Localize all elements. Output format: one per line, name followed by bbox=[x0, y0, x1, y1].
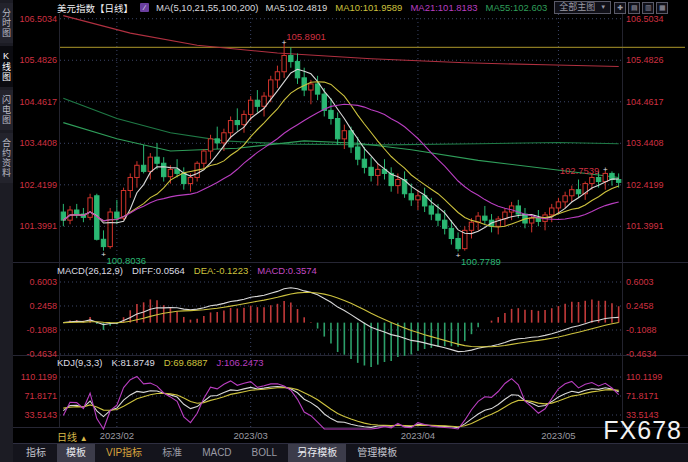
svg-text:71.8171: 71.8171 bbox=[24, 391, 57, 401]
macd-header: MACD(26,12,9) DIFF:0.0564 DEA:-0.1223 MA… bbox=[57, 265, 317, 277]
sidebar-item-0[interactable]: 分时图 bbox=[0, 3, 13, 43]
line-MA21 bbox=[63, 104, 618, 221]
macd-macd-value: MACD:0.3574 bbox=[257, 265, 317, 277]
svg-text:101.3991: 101.3991 bbox=[626, 221, 664, 231]
svg-text:110.1199: 110.1199 bbox=[626, 372, 662, 382]
kdj-d-line bbox=[63, 388, 618, 427]
ma-values: MA5:102.4819MA10:101.9589MA21:101.8183MA… bbox=[265, 2, 547, 13]
bottom-tab-bar: 指标模板VIP指标标准MACDBOLL另存模板管理模板 bbox=[13, 443, 688, 462]
svg-text:2023/02: 2023/02 bbox=[100, 430, 134, 441]
ma-value-3: MA55:102.603 bbox=[485, 2, 547, 13]
svg-text:102.4199: 102.4199 bbox=[19, 180, 57, 190]
macd-dea-line bbox=[63, 293, 618, 347]
svg-text:-0.1088: -0.1088 bbox=[26, 325, 57, 335]
svg-text:+: + bbox=[456, 251, 461, 260]
period-selector[interactable]: 日线 ▲ bbox=[57, 429, 88, 444]
footer-tab-0[interactable]: 指标 bbox=[17, 444, 55, 462]
chevron-down-icon: ▼ bbox=[600, 2, 606, 13]
svg-text:2023/04: 2023/04 bbox=[401, 430, 435, 441]
kdj-j-value: J:106.2473 bbox=[217, 357, 264, 369]
svg-text:2023/03: 2023/03 bbox=[234, 430, 268, 441]
svg-text:100.7789: 100.7789 bbox=[461, 256, 501, 267]
overlay-MA200 bbox=[63, 16, 618, 67]
svg-text:103.4408: 103.4408 bbox=[626, 138, 664, 148]
ma-settings-label: MA(5,10,21,55,100,200) bbox=[156, 2, 258, 13]
instrument-title: 美元指数【日线】 bbox=[57, 1, 133, 15]
svg-text:105.4826: 105.4826 bbox=[626, 55, 664, 65]
svg-text:+: + bbox=[101, 250, 106, 259]
svg-text:0.2458: 0.2458 bbox=[626, 301, 654, 311]
macd-diff-value: DIFF:0.0564 bbox=[132, 265, 185, 277]
svg-text:33.5143: 33.5143 bbox=[24, 410, 57, 420]
ma-value-2: MA21:101.8183 bbox=[410, 2, 477, 13]
sidebar-item-1[interactable]: K线图 bbox=[0, 46, 13, 87]
footer-tab-1[interactable]: 模板 bbox=[57, 444, 95, 462]
svg-text:2023/05: 2023/05 bbox=[541, 430, 575, 441]
main-panel: 106.5034106.5034105.4826105.4826104.4617… bbox=[13, 14, 688, 441]
kdj-header: KDJ(9,3,3) K:81.8749 D:69.6887 J:106.247… bbox=[57, 357, 264, 369]
chart-main-area: 106.5034106.5034105.4826105.4826104.4617… bbox=[13, 0, 688, 462]
svg-text:-0.1088: -0.1088 bbox=[626, 325, 657, 335]
svg-text:101.3991: 101.3991 bbox=[19, 221, 57, 231]
header-toolbar: 全部主图 ▼ ✚▤▥▦ bbox=[554, 1, 668, 14]
macd-panel: 0.60030.60030.24580.2458-0.1088-0.1088-0… bbox=[26, 277, 656, 367]
svg-text:106.5034: 106.5034 bbox=[19, 14, 57, 24]
save-chart-icon[interactable]: ▥ bbox=[642, 2, 654, 14]
toolbar-icons: ✚▤▥▦ bbox=[614, 2, 668, 14]
svg-text:102.4199: 102.4199 bbox=[626, 180, 664, 190]
svg-text:102.7539: 102.7539 bbox=[560, 165, 600, 176]
svg-text:0.2458: 0.2458 bbox=[29, 301, 57, 311]
ma-settings-icon[interactable]: ∕ bbox=[140, 3, 149, 12]
overlay-MA55 bbox=[63, 123, 618, 178]
export-chart-icon[interactable]: ▦ bbox=[656, 2, 668, 14]
footer-tab-6[interactable]: 另存模板 bbox=[288, 444, 346, 462]
sidebar-item-3[interactable]: 合约资料 bbox=[0, 133, 13, 183]
svg-text:110.1199: 110.1199 bbox=[21, 372, 57, 382]
crosshair-icon[interactable]: ✚ bbox=[614, 2, 626, 14]
panel-layout-icon[interactable]: ▤ bbox=[628, 2, 640, 14]
sidebar-item-2[interactable]: 闪电图 bbox=[0, 90, 13, 130]
watermark: FX678 bbox=[603, 416, 682, 445]
svg-text:-0.4634: -0.4634 bbox=[626, 349, 657, 359]
svg-text:100.8036: 100.8036 bbox=[106, 255, 146, 266]
main-chart-header: 美元指数【日线】 ∕ MA(5,10,21,55,100,200) MA5:10… bbox=[57, 1, 638, 14]
overlay-dropdown[interactable]: 全部主图 ▼ bbox=[554, 1, 611, 14]
footer-tab-3[interactable]: 标准 bbox=[153, 444, 191, 462]
ma-value-1: MA10:101.9589 bbox=[335, 2, 402, 13]
svg-text:+: + bbox=[603, 165, 608, 174]
svg-text:71.8171: 71.8171 bbox=[626, 391, 659, 401]
macd-label[interactable]: MACD(26,12,9) bbox=[57, 265, 123, 277]
chart-type-sidebar: 分时图K线图闪电图合约资料 bbox=[0, 0, 13, 462]
line-MA5 bbox=[63, 69, 618, 233]
ma-value-0: MA5:102.4819 bbox=[265, 2, 327, 13]
chart-canvas[interactable]: 106.5034106.5034105.4826105.4826104.4617… bbox=[13, 0, 688, 444]
kdj-panel: 110.1199110.119971.817171.817133.514333.… bbox=[21, 372, 662, 429]
footer-tab-4[interactable]: MACD bbox=[193, 444, 240, 462]
macd-diff-line bbox=[63, 288, 618, 352]
period-label: 日线 bbox=[57, 432, 77, 443]
macd-dea-value: DEA:-0.1223 bbox=[194, 265, 248, 277]
svg-text:104.4617: 104.4617 bbox=[19, 97, 57, 107]
kdj-k-value: K:81.8749 bbox=[111, 357, 154, 369]
svg-text:105.8901: 105.8901 bbox=[286, 31, 326, 42]
overlay-dropdown-label: 全部主图 bbox=[559, 2, 595, 13]
kdj-k-line bbox=[63, 387, 618, 428]
svg-text:0.6003: 0.6003 bbox=[29, 277, 57, 287]
footer-tab-5[interactable]: BOLL bbox=[243, 444, 287, 462]
svg-text:106.5034: 106.5034 bbox=[626, 14, 664, 24]
svg-text:105.4826: 105.4826 bbox=[19, 55, 57, 65]
svg-text:0.6003: 0.6003 bbox=[626, 277, 654, 287]
footer-tab-7[interactable]: 管理模板 bbox=[348, 444, 406, 462]
chart-application: 分时图K线图闪电图合约资料 106.5034106.5034105.482610… bbox=[0, 0, 688, 462]
svg-text:104.4617: 104.4617 bbox=[626, 97, 664, 107]
kdj-label[interactable]: KDJ(9,3,3) bbox=[57, 357, 102, 369]
svg-text:-0.4634: -0.4634 bbox=[26, 349, 57, 359]
kdj-d-value: D:69.6887 bbox=[164, 357, 208, 369]
triangle-up-icon: ▲ bbox=[80, 434, 88, 443]
footer-tab-2[interactable]: VIP指标 bbox=[97, 444, 151, 462]
svg-text:103.4408: 103.4408 bbox=[19, 138, 57, 148]
